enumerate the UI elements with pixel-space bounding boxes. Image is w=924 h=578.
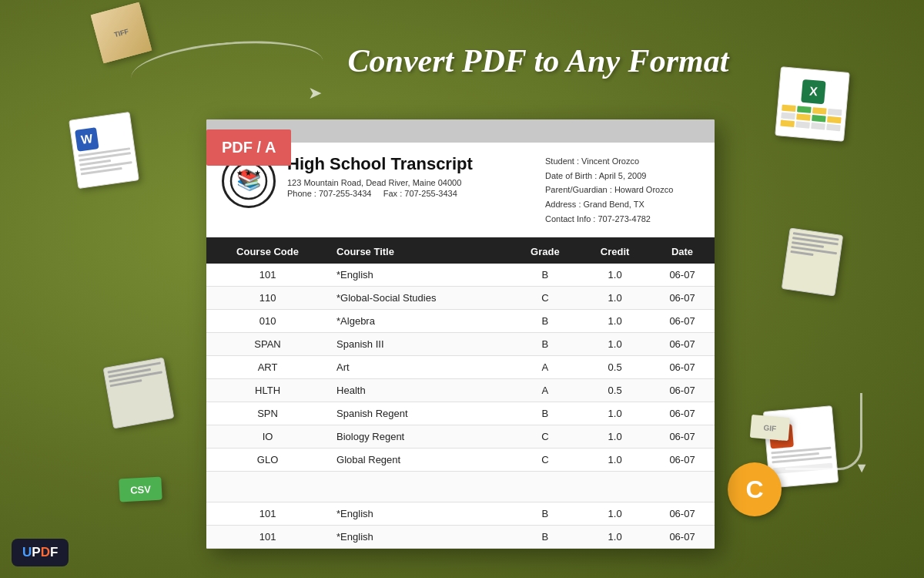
cell-date: 06-07 <box>650 356 715 379</box>
cell-title: *Global-Social Studies <box>329 287 510 310</box>
table-row: ARTArtA0.506-07 <box>206 356 715 379</box>
cell-credit: 1.0 <box>580 287 650 310</box>
col-header-title: Course Title <box>329 240 510 264</box>
small-doc-left <box>103 358 175 429</box>
table-row: IOBiology RegentC1.006-07 <box>206 425 715 449</box>
cell-code: HLTH <box>206 379 329 402</box>
cell-grade: B <box>511 526 581 549</box>
cell-grade: B <box>511 502 581 526</box>
transcript-table: Course Code Course Title Grade Credit Da… <box>206 240 715 549</box>
pdf-a-badge: PDF / A <box>206 129 291 166</box>
cell-date: 06-07 <box>650 310 715 333</box>
doc-student-info: Student : Vincent Orozco Date of Birth :… <box>545 154 699 226</box>
cell-title: *English <box>329 264 510 287</box>
cell-code: ART <box>206 356 329 379</box>
doc-phone-fax: Phone : 707-255-3434 Fax : 707-255-3434 <box>287 189 545 198</box>
doc-phone: Phone : 707-255-3434 <box>287 189 371 198</box>
cell-grade: C <box>511 449 581 472</box>
updf-logo-text: UPDF <box>22 545 58 560</box>
document-container: 📚 ★ ★ ★ High School Transcript 123 Mount… <box>206 119 715 549</box>
table-body: 101*EnglishB1.006-07110*Global-Social St… <box>206 264 715 549</box>
word-doc-icon: W <box>69 112 139 189</box>
tiff-label: TIFF <box>113 27 129 39</box>
cell-title: *English <box>329 526 510 549</box>
word-lines <box>78 147 133 177</box>
col-header-credit: Credit <box>580 240 650 264</box>
doc-address: 123 Mountain Road, Dead River, Maine 040… <box>287 178 545 187</box>
cell-date: 06-07 <box>650 402 715 425</box>
headline: Convert PDF to Any Format <box>348 42 729 79</box>
cell-credit: 1.0 <box>580 402 650 425</box>
cell-title: Global Regent <box>329 449 510 472</box>
updf-p: P <box>32 545 40 560</box>
curve-arrow-top <box>129 34 325 105</box>
cell-date: 06-07 <box>650 502 715 526</box>
cell-code: IO <box>206 425 329 449</box>
cell-date: 06-07 <box>650 526 715 549</box>
csv-icon: CSV <box>119 477 162 502</box>
doc-title-section: High School Transcript 123 Mountain Road… <box>287 154 545 226</box>
cell-code: 101 <box>206 502 329 526</box>
cell-code: 010 <box>206 310 329 333</box>
student-address: Address : Grand Bend, TX <box>545 197 699 212</box>
cell-date: 06-07 <box>650 264 715 287</box>
cell-credit: 0.5 <box>580 356 650 379</box>
cell-grade: C <box>511 425 581 449</box>
arrow-pointer-bottom: ▼ <box>855 460 869 476</box>
svg-text:★ ★ ★: ★ ★ ★ <box>236 169 262 177</box>
excel-icon: X <box>775 66 850 142</box>
cell-title: *Algebra <box>329 310 510 333</box>
small-doc-right <box>782 228 843 297</box>
table-row: GLOGlobal RegentC1.006-07 <box>206 449 715 472</box>
table-row: 010*AlgebraB1.006-07 <box>206 310 715 333</box>
gif-label: GIF <box>763 423 777 432</box>
c-icon: C <box>728 462 782 516</box>
cell-grade: B <box>511 402 581 425</box>
cell-title: Health <box>329 379 510 402</box>
cell-grade: B <box>511 333 581 356</box>
updf-badge: UPDF <box>12 539 69 566</box>
cell-code: 101 <box>206 264 329 287</box>
cell-grade: A <box>511 356 581 379</box>
col-header-code: Course Code <box>206 240 329 264</box>
cell-date: 06-07 <box>650 287 715 310</box>
cell-credit: 1.0 <box>580 449 650 472</box>
cell-title: Art <box>329 356 510 379</box>
student-dob: Date of Birth : April 5, 2009 <box>545 169 699 183</box>
cell-date: 06-07 <box>650 379 715 402</box>
updf-f: F <box>50 545 58 560</box>
cell-date: 06-07 <box>650 449 715 472</box>
table-row: 101*EnglishB1.006-07 <box>206 502 715 526</box>
col-header-date: Date <box>650 240 715 264</box>
cell-credit: 1.0 <box>580 264 650 287</box>
word-w-icon: W <box>75 127 99 152</box>
cell-title: Biology Regent <box>329 425 510 449</box>
cell-credit: 1.0 <box>580 502 650 526</box>
cell-grade: B <box>511 264 581 287</box>
table-header-row: Course Code Course Title Grade Credit Da… <box>206 240 715 264</box>
cell-grade: B <box>511 310 581 333</box>
cell-credit: 0.5 <box>580 379 650 402</box>
arrow-pointer-top: ➤ <box>308 83 322 103</box>
gif-icon: GIF <box>750 415 790 441</box>
student-name: Student : Vincent Orozco <box>545 154 699 169</box>
col-header-grade: Grade <box>511 240 581 264</box>
cell-title: Spanish Regent <box>329 402 510 425</box>
cell-code: GLO <box>206 449 329 472</box>
cell-grade: C <box>511 287 581 310</box>
tiff-icon: TIFF <box>91 2 152 64</box>
table-row: 101*EnglishB1.006-07 <box>206 264 715 287</box>
doc-title: High School Transcript <box>287 154 545 174</box>
cell-code: 110 <box>206 287 329 310</box>
cell-credit: 1.0 <box>580 526 650 549</box>
updf-u: U <box>22 545 32 560</box>
cell-date: 06-07 <box>650 333 715 356</box>
separator-row <box>206 472 715 502</box>
cell-code: SPAN <box>206 333 329 356</box>
excel-grid <box>780 104 842 131</box>
cell-title: *English <box>329 502 510 526</box>
table-row: HLTHHealthA0.506-07 <box>206 379 715 402</box>
cell-code: 101 <box>206 526 329 549</box>
updf-d: D <box>41 545 50 560</box>
cell-code: SPN <box>206 402 329 425</box>
